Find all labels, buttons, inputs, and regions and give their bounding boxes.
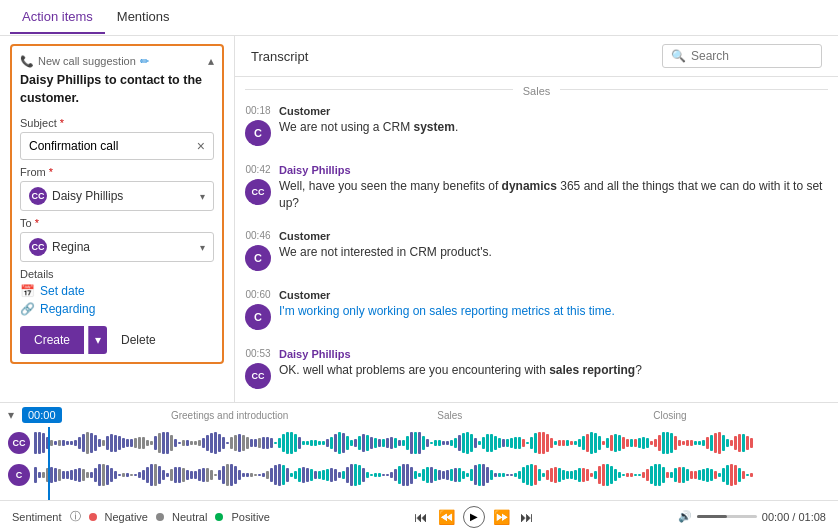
playback-controls: ⏮ ⏪ ▶ ⏩ ⏭ <box>412 506 536 528</box>
playhead <box>48 427 50 500</box>
skip-back-button[interactable]: ⏮ <box>412 507 430 527</box>
subject-label: Subject * <box>20 117 214 129</box>
pencil-icon[interactable]: ✏ <box>140 55 149 68</box>
delete-button[interactable]: Delete <box>111 326 166 354</box>
search-icon: 🔍 <box>671 49 686 63</box>
fast-forward-button[interactable]: ⏩ <box>491 507 512 527</box>
entry-text: OK. well what problems are you encounter… <box>279 362 828 379</box>
entry-time: 00:46 <box>245 230 270 241</box>
entry-time: 00:53 <box>245 348 270 359</box>
waveform-container: CC C <box>0 427 838 500</box>
volume-fill <box>697 515 727 518</box>
search-input[interactable] <box>691 49 813 63</box>
calendar-icon: 📅 <box>20 284 35 298</box>
to-field-content: CC Regina <box>29 238 90 256</box>
timeline-toggle[interactable]: ▾ <box>8 408 14 422</box>
entry-name: Daisy Phillips <box>279 164 828 176</box>
volume-area: 🔊 00:00 / 01:08 <box>678 510 826 523</box>
suggestion-label: 📞 New call suggestion ✏ <box>20 55 149 68</box>
entry-time: 00:60 <box>245 289 270 300</box>
suggestion-header: 📞 New call suggestion ✏ ▴ <box>20 54 214 68</box>
transcript-entry: 00:53 CC Daisy Phillips OK. well what pr… <box>245 344 828 393</box>
entry-text: We are not interested in CRM product's. <box>279 244 828 261</box>
to-avatar: CC <box>29 238 47 256</box>
entry-text: I'm working only working on sales report… <box>279 303 828 320</box>
create-button[interactable]: Create <box>20 326 84 354</box>
to-select[interactable]: CC Regina ▾ <box>20 232 214 262</box>
waveform-track-daisy[interactable] <box>34 429 830 457</box>
neutral-label: Neutral <box>172 511 207 523</box>
link-icon: 🔗 <box>20 302 35 316</box>
to-value: Regina <box>52 240 90 254</box>
timeline-section-closing: Closing <box>560 410 780 421</box>
avatar: C <box>245 304 271 330</box>
top-tabs: Action items Mentions <box>0 0 838 36</box>
transcript-entry: 00:60 C Customer I'm working only workin… <box>245 285 828 334</box>
avatar: C <box>245 120 271 146</box>
transcript-entry: 00:42 CC Daisy Phillips Well, have you s… <box>245 160 828 216</box>
sentiment-label: Sentiment <box>12 511 62 523</box>
left-panel: 📞 New call suggestion ✏ ▴ Daisy Phillips… <box>0 36 235 402</box>
avatar: CC <box>245 363 271 389</box>
entry-text: Well, have you seen the many benefits of… <box>279 178 828 212</box>
timeline-current-time: 00:00 <box>22 407 62 423</box>
positive-label: Positive <box>231 511 270 523</box>
subject-text-input[interactable] <box>29 139 197 153</box>
set-date-link[interactable]: 📅 Set date <box>20 284 214 298</box>
timeline-sections: Greetings and introduction Sales Closing <box>70 410 830 421</box>
avatar: CC <box>245 179 271 205</box>
play-button[interactable]: ▶ <box>463 506 485 528</box>
entry-text: We are not using a CRM system. <box>279 119 828 136</box>
entry-name: Customer <box>279 289 828 301</box>
collapse-icon[interactable]: ▴ <box>208 54 214 68</box>
tab-action-items[interactable]: Action items <box>10 1 105 34</box>
tab-mentions[interactable]: Mentions <box>105 1 182 34</box>
search-box[interactable]: 🔍 <box>662 44 822 68</box>
regarding-link[interactable]: 🔗 Regarding <box>20 302 214 316</box>
info-icon: ⓘ <box>70 509 81 524</box>
avatar: C <box>245 245 271 271</box>
volume-icon: 🔊 <box>678 510 692 523</box>
from-label: From * <box>20 166 214 178</box>
sentiment-info: Sentiment ⓘ Negative Neutral Positive <box>12 509 270 524</box>
neutral-dot <box>156 513 164 521</box>
positive-dot <box>215 513 223 521</box>
negative-dot <box>89 513 97 521</box>
waveform-track-customer[interactable] <box>34 461 830 489</box>
details-section: Details 📅 Set date 🔗 Regarding <box>20 268 214 316</box>
to-chevron-icon: ▾ <box>200 242 205 253</box>
from-avatar: CC <box>29 187 47 205</box>
bottom-controls: Sentiment ⓘ Negative Neutral Positive ⏮ … <box>0 500 838 532</box>
details-label: Details <box>20 268 214 280</box>
waveform-row-customer: C <box>8 461 830 489</box>
sales-divider: Sales <box>245 77 828 101</box>
subject-input[interactable]: × <box>20 132 214 160</box>
rewind-button[interactable]: ⏪ <box>436 507 457 527</box>
right-panel: Transcript 🔍 Sales 00:18 C <box>235 36 838 402</box>
from-chevron-icon: ▾ <box>200 191 205 202</box>
entry-name: Customer <box>279 230 828 242</box>
transcript-entry: 00:46 C Customer We are not interested i… <box>245 226 828 275</box>
skip-forward-button[interactable]: ⏭ <box>518 507 536 527</box>
from-field-content: CC Daisy Phillips <box>29 187 123 205</box>
clear-icon[interactable]: × <box>197 138 205 154</box>
entry-content: Customer We are not interested in CRM pr… <box>279 230 828 271</box>
timeline-header: ▾ 00:00 Greetings and introduction Sales… <box>0 403 838 427</box>
entry-content: Daisy Phillips OK. well what problems ar… <box>279 348 828 389</box>
bottom-area: ▾ 00:00 Greetings and introduction Sales… <box>0 402 838 532</box>
entry-name: Daisy Phillips <box>279 348 828 360</box>
waveform-avatar-daisy: CC <box>8 432 30 454</box>
volume-slider[interactable] <box>697 515 757 518</box>
call-suggestion-form: 📞 New call suggestion ✏ ▴ Daisy Phillips… <box>10 44 224 364</box>
from-select[interactable]: CC Daisy Phillips ▾ <box>20 181 214 211</box>
create-dropdown-button[interactable]: ▾ <box>88 326 107 354</box>
from-value: Daisy Phillips <box>52 189 123 203</box>
timeline-section-greetings: Greetings and introduction <box>120 410 340 421</box>
transcript-title: Transcript <box>251 49 308 64</box>
timeline-section-sales: Sales <box>340 410 560 421</box>
transcript-entry: 00:18 C Customer We are not using a CRM … <box>245 101 828 150</box>
content-area: 📞 New call suggestion ✏ ▴ Daisy Phillips… <box>0 36 838 402</box>
entry-time: 00:18 <box>245 105 270 116</box>
transcript-body: Sales 00:18 C Customer We are not using … <box>235 77 838 402</box>
waveform-row-daisy: CC <box>8 429 830 457</box>
